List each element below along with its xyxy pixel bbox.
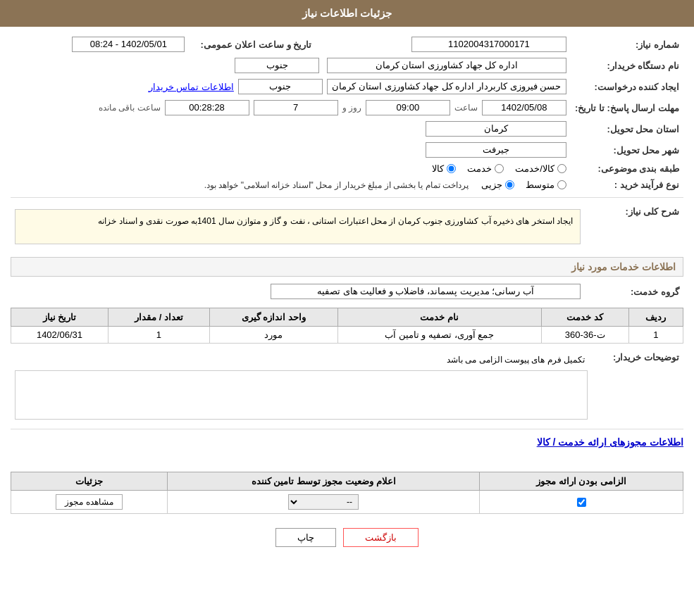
notes-table: توضیحات خریدار: تکمیل فرم های پیوست الزا…	[11, 349, 683, 425]
date-box: 1402/05/01 - 08:24	[72, 37, 185, 52]
date-value: 1402/05/01 - 08:24	[11, 34, 189, 55]
radio-kala-input[interactable]	[447, 164, 456, 173]
cell-row: 1	[628, 327, 683, 344]
category-label: طبقه بندی موضوعی:	[571, 161, 683, 177]
row-province: استان محل تحویل: کرمان	[11, 118, 683, 139]
notes-textarea[interactable]	[15, 370, 588, 420]
col-date: تاریخ نیاز	[11, 308, 109, 327]
org-box: اداره کل جهاد کشاورزی استان کرمان	[327, 58, 566, 73]
radio-motavasset-label: متوسط	[526, 180, 554, 190]
creator-link[interactable]: اطلاعات تماس خریدار	[149, 82, 234, 92]
row-description: شرح کلی نیاز: ایجاد استخر های ذخیره آب ک…	[11, 202, 683, 251]
spacer	[11, 451, 683, 472]
order-number-box: 1102004317000171	[411, 37, 566, 52]
services-grid-header: ردیف کد خدمت نام خدمت واحد اندازه گیری ت…	[11, 308, 683, 327]
cell-date: 1402/06/31	[11, 327, 109, 344]
perm-status-cell: --	[168, 491, 480, 514]
radio-kala-khadamat[interactable]: کالا/خدمت	[515, 163, 566, 174]
radio-kala-khadamat-label: کالا/خدمت	[515, 163, 554, 174]
service-group-label: گروه خدمت:	[585, 281, 683, 302]
order-number-label: شماره نیاز:	[571, 34, 683, 55]
cell-count: 1	[108, 327, 209, 344]
cell-name: جمع آوری، تصفیه و تامین آب	[337, 327, 541, 344]
notes-container: تکمیل فرم های پیوست الزامی می باشد	[15, 352, 588, 422]
description-value: ایجاد استخر های ذخیره آب کشاورزی جنوب کر…	[11, 202, 585, 251]
perm-col-required: الزامی بودن ارائه مجوز	[480, 472, 683, 491]
cell-code: ت-36-360	[541, 327, 628, 344]
col-row: ردیف	[628, 308, 683, 327]
description-box: ایجاد استخر های ذخیره آب کشاورزی جنوب کر…	[15, 209, 581, 244]
radio-khadamat[interactable]: خدمت	[467, 163, 504, 174]
radio-motavasset[interactable]: متوسط	[526, 180, 566, 190]
perm-col-status: اعلام وضعیت مجوز توسط تامین کننده	[168, 472, 480, 491]
radio-motavasset-input[interactable]	[557, 180, 566, 189]
info-table: شماره نیاز: 1102004317000171 تاریخ و ساع…	[11, 34, 683, 193]
permits-body: -- مشاهده مجوز	[11, 491, 683, 514]
radio-kala[interactable]: کالا	[432, 163, 456, 174]
description-text: ایجاد استخر های ذخیره آب کشاورزی جنوب کر…	[98, 216, 573, 226]
permits-table: الزامی بودن ارائه مجوز اعلام وضعیت مجوز …	[11, 472, 683, 514]
print-button[interactable]: چاپ	[275, 528, 336, 547]
creator-box: حسن فیروزی کاربردار اداره کل جهاد کشاورز…	[327, 79, 566, 94]
deadline-date-box: 1402/05/08	[482, 100, 566, 115]
category-radios: کالا/خدمت خدمت کالا	[11, 161, 571, 177]
deadline-days-label: روز و	[342, 103, 361, 113]
permits-header-row: الزامی بودن ارائه مجوز اعلام وضعیت مجوز …	[11, 472, 683, 491]
back-button[interactable]: بازگشت	[343, 528, 419, 547]
service-group-table: گروه خدمت: آب رسانی؛ مدیریت پسماند، فاضل…	[11, 281, 683, 302]
radio-kala-label: کالا	[432, 163, 444, 174]
permits-section: اطلاعات مجوزهای ارائه خدمت / کالا الزامی…	[11, 434, 683, 514]
city-box: جیرفت	[426, 142, 566, 158]
deadline-label: مهلت ارسال پاسخ: تا تاریخ:	[571, 97, 683, 118]
col-name: نام خدمت	[337, 308, 541, 327]
page-wrapper: جزئیات اطلاعات نیاز شماره نیاز: 11020043…	[0, 0, 694, 616]
deadline-remaining-label: ساعت باقی مانده	[99, 103, 161, 113]
row-org: نام دستگاه خریدار: اداره کل جهاد کشاورزی…	[11, 55, 683, 76]
deadline-days-box: 7	[254, 100, 338, 115]
radio-jazii-label: جزیی	[481, 180, 502, 190]
perm-details-cell: مشاهده مجوز	[11, 491, 168, 514]
row-service-group: گروه خدمت: آب رسانی؛ مدیریت پسماند، فاضل…	[11, 281, 683, 302]
services-title: اطلاعات خدمات مورد نیاز	[11, 257, 683, 277]
view-permit-button[interactable]: مشاهده مجوز	[56, 494, 122, 510]
perm-status-select[interactable]: --	[288, 494, 359, 510]
perm-required-checkbox[interactable]	[577, 498, 586, 507]
row-creator: ایجاد کننده درخواست: حسن فیروزی کاربردار…	[11, 76, 683, 97]
page-title: جزئیات اطلاعات نیاز	[302, 7, 392, 19]
creator-value: حسن فیروزی کاربردار اداره کل جهاد کشاورز…	[11, 76, 571, 97]
creator-sub-box: جنوب	[238, 79, 323, 94]
deadline-time-label: ساعت	[454, 103, 478, 113]
notes-value: تکمیل فرم های پیوست الزامی می باشد	[11, 349, 592, 425]
services-grid-section: ردیف کد خدمت نام خدمت واحد اندازه گیری ت…	[11, 308, 683, 344]
list-item: -- مشاهده مجوز	[11, 491, 683, 514]
notes-label: توضیحات خریدار:	[592, 349, 683, 425]
separator-1	[11, 197, 683, 198]
separator-2	[11, 429, 683, 429]
process-radios: متوسط جزیی پرداخت تمام یا بخشی از مبلغ خ…	[11, 177, 571, 193]
row-order: شماره نیاز: 1102004317000171 تاریخ و ساع…	[11, 34, 683, 55]
service-group-box: آب رسانی؛ مدیریت پسماند، فاضلاب و فعالیت…	[271, 284, 581, 299]
services-grid: ردیف کد خدمت نام خدمت واحد اندازه گیری ت…	[11, 308, 683, 344]
city-value: جیرفت	[11, 139, 571, 161]
radio-kala-khadamat-input[interactable]	[557, 164, 566, 173]
deadline-remaining-box: 00:28:28	[165, 100, 249, 115]
radio-jazii[interactable]: جزیی	[481, 180, 514, 190]
radio-khadamat-input[interactable]	[495, 164, 504, 173]
province-value: کرمان	[11, 118, 571, 139]
deadline-time-box: 09:00	[366, 100, 450, 115]
date-label: تاریخ و ساعت اعلان عمومی:	[189, 34, 316, 55]
org-sub-box: جنوب	[235, 58, 319, 73]
services-grid-body: 1 ت-36-360 جمع آوری، تصفیه و تامین آب مو…	[11, 327, 683, 344]
col-code: کد خدمت	[541, 308, 628, 327]
permits-title[interactable]: اطلاعات مجوزهای ارائه خدمت / کالا	[11, 434, 683, 451]
col-count: تعداد / مقدار	[108, 308, 209, 327]
content-area: شماره نیاز: 1102004317000171 تاریخ و ساع…	[0, 27, 694, 575]
deadline-value: 1402/05/08 ساعت 09:00 روز و 7 00:28:28	[11, 97, 571, 118]
radio-jazii-input[interactable]	[505, 180, 514, 189]
order-number-value: 1102004317000171	[330, 34, 571, 55]
page-header: جزئیات اطلاعات نیاز	[0, 0, 694, 27]
notes-text: تکمیل فرم های پیوست الزامی می باشد	[15, 352, 588, 367]
description-label: شرح کلی نیاز:	[585, 202, 683, 251]
org-label: نام دستگاه خریدار:	[571, 55, 683, 76]
province-label: استان محل تحویل:	[571, 118, 683, 139]
